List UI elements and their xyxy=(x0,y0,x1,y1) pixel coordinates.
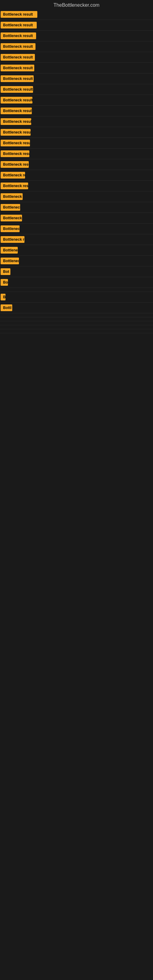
bottleneck-badge[interactable]: B xyxy=(1,294,5,301)
bottleneck-row: Bottleneck result xyxy=(0,20,153,30)
site-title: TheBottlenecker.com xyxy=(0,0,153,9)
bottleneck-badge[interactable]: Bottleneck result xyxy=(1,118,31,125)
bottleneck-row: Bottleneck result xyxy=(0,138,153,148)
bottleneck-row: Bottleneck result xyxy=(0,95,153,105)
bottleneck-row: Bottleneck result xyxy=(0,30,153,41)
bottleneck-row xyxy=(0,313,153,317)
bottleneck-badge[interactable]: Bottleneck result xyxy=(1,11,37,18)
bottleneck-badge[interactable]: Bottleneck result xyxy=(1,54,35,60)
bottleneck-row: Bottleneck result xyxy=(0,9,153,20)
bottleneck-row: Bottleneck xyxy=(0,224,153,234)
bottleneck-row: Bottleneck result xyxy=(0,41,153,52)
bottleneck-badge[interactable]: Bottleneck r xyxy=(1,193,22,200)
bottleneck-badge[interactable]: Bottl xyxy=(1,304,12,311)
site-title-container: TheBottlenecker.com xyxy=(0,0,153,9)
bottleneck-row: Bottlene xyxy=(0,245,153,255)
bottleneck-row: Bot xyxy=(0,266,153,277)
bottleneck-row: Bottleneck result xyxy=(0,106,153,116)
bottleneck-row xyxy=(0,321,153,325)
bottleneck-row: Bottleneck result xyxy=(0,127,153,137)
bottleneck-badge[interactable]: Bottleneck result xyxy=(1,22,37,29)
rows-container: Bottleneck resultBottleneck resultBottle… xyxy=(0,9,153,337)
bottleneck-badge[interactable]: Bottlene xyxy=(1,247,18,254)
bottleneck-row: Bottleneck result xyxy=(0,148,153,159)
bottleneck-row xyxy=(0,325,153,329)
bottleneck-row xyxy=(0,333,153,337)
bottleneck-row: Bottleneck xyxy=(0,202,153,213)
bottleneck-row: Bottleneck re xyxy=(0,170,153,180)
bottleneck-badge[interactable]: Bottleneck r xyxy=(1,215,22,221)
bottleneck-row xyxy=(0,317,153,321)
bottleneck-badge[interactable]: Bottleneck result xyxy=(1,129,30,136)
bottleneck-badge[interactable]: Bottleneck result xyxy=(1,183,28,189)
bottleneck-row: Bo xyxy=(0,277,153,288)
bottleneck-badge[interactable]: Bottleneck result xyxy=(1,65,34,72)
bottleneck-row: Bottleneck r xyxy=(0,213,153,223)
bottleneck-badge[interactable]: Bottleneck result xyxy=(1,43,35,50)
bottleneck-badge[interactable]: Bottleneck result xyxy=(1,150,29,157)
bottleneck-row xyxy=(0,329,153,333)
bottleneck-badge[interactable]: Bottleneck xyxy=(1,204,20,211)
bottleneck-row: Bottleneck result xyxy=(0,52,153,62)
bottleneck-badge[interactable]: Bottleneck xyxy=(1,258,19,264)
bottleneck-badge[interactable]: Bottleneck result xyxy=(1,32,36,39)
bottleneck-badge[interactable]: Bottleneck res xyxy=(1,236,24,243)
bottleneck-row xyxy=(0,288,153,291)
bottleneck-badge[interactable]: Bottleneck xyxy=(1,225,19,232)
bottleneck-badge[interactable]: Bottleneck result xyxy=(1,161,29,168)
bottleneck-row: Bottleneck result xyxy=(0,73,153,84)
bottleneck-row: Bottl xyxy=(0,302,153,313)
bottleneck-badge[interactable]: Bottleneck result xyxy=(1,108,32,114)
bottleneck-row: Bottleneck result xyxy=(0,116,153,127)
bottleneck-row: Bottleneck result xyxy=(0,181,153,191)
bottleneck-row: B xyxy=(0,292,153,302)
bottleneck-row: Bottleneck res xyxy=(0,234,153,245)
bottleneck-row: Bottleneck r xyxy=(0,191,153,202)
bottleneck-row: Bottleneck result xyxy=(0,63,153,73)
bottleneck-badge[interactable]: Bottleneck re xyxy=(1,172,25,178)
bottleneck-badge[interactable]: Bo xyxy=(1,279,8,286)
bottleneck-row: Bottleneck result xyxy=(0,159,153,170)
bottleneck-badge[interactable]: Bot xyxy=(1,268,10,275)
bottleneck-badge[interactable]: Bottleneck result xyxy=(1,75,33,82)
bottleneck-badge[interactable]: Bottleneck result xyxy=(1,86,33,93)
bottleneck-row: Bottleneck result xyxy=(0,84,153,95)
bottleneck-badge[interactable]: Bottleneck result xyxy=(1,97,32,103)
bottleneck-row: Bottleneck xyxy=(0,256,153,266)
bottleneck-badge[interactable]: Bottleneck result xyxy=(1,140,30,146)
